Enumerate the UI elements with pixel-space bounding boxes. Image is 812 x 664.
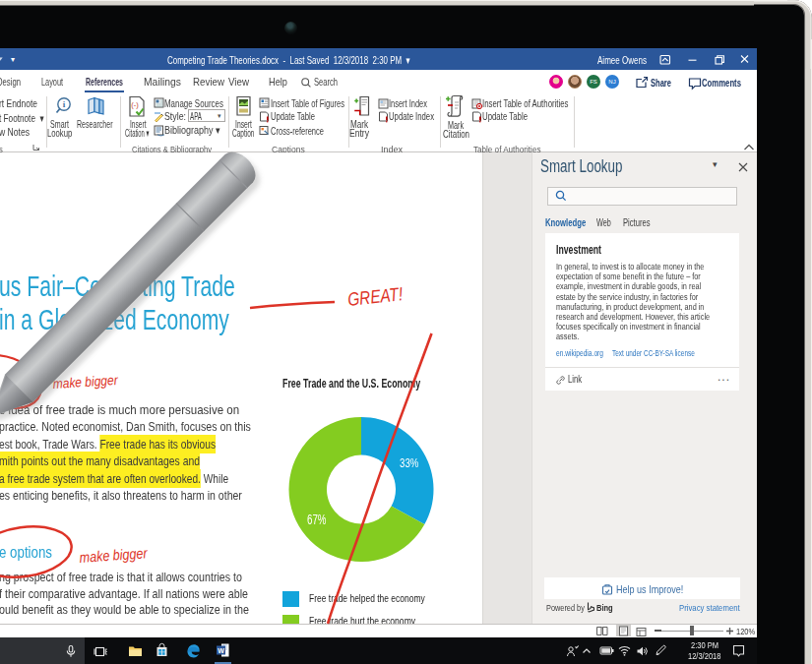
svg-text:GREAT!: GREAT! [346,283,404,310]
svg-text:W: W [218,646,224,653]
svg-text:(-): (-) [131,100,139,109]
svg-text:make bigger: make bigger [79,544,149,566]
svg-text:i: i [63,99,66,109]
